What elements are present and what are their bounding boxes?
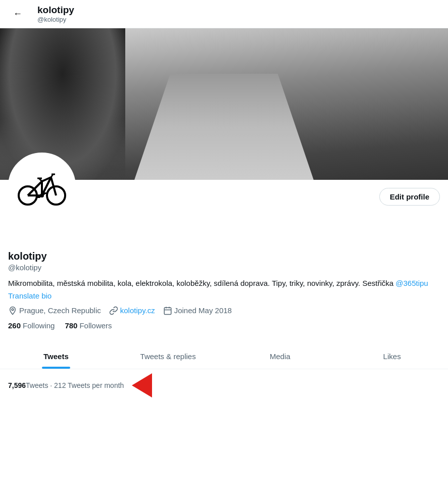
bio-mention[interactable]: @365tipu	[395, 279, 428, 287]
following-count: 260	[8, 321, 21, 330]
following-stat[interactable]: 260 Following	[8, 321, 55, 330]
banner-image	[0, 28, 448, 180]
header-display-name: kolotipy	[37, 5, 74, 16]
tweets-summary-row: 7,596Tweets · 212 Tweets per month	[0, 369, 448, 402]
red-arrow	[132, 373, 154, 398]
profile-tabs: Tweets Tweets & replies Media Likes	[0, 344, 448, 369]
bio-text: Mikromobilita, městská mobilita, kola, e…	[8, 278, 440, 289]
profile-section: Edit profile	[0, 180, 448, 220]
profile-header: ← kolotipy @kolotipy	[0, 0, 448, 28]
back-button[interactable]: ←	[8, 5, 27, 24]
svg-point-16	[12, 308, 14, 310]
tab-tweets[interactable]: Tweets	[0, 344, 112, 369]
follow-stats: 260 Following 780 Followers	[8, 321, 440, 330]
tab-tweets-replies[interactable]: Tweets & replies	[112, 344, 224, 369]
display-name: kolotipy	[8, 251, 440, 262]
header-handle: @kolotipy	[37, 16, 74, 23]
user-info: kolotipy @kolotipy Mikromobilita, městsk…	[0, 220, 448, 344]
username: @kolotipy	[8, 263, 440, 272]
avatar-image	[17, 161, 67, 212]
website-link[interactable]: kolotipy.cz	[120, 306, 155, 315]
tweets-count: 7,596	[8, 381, 26, 389]
avatar	[8, 153, 76, 220]
tweets-per-month: Tweets · 212 Tweets per month	[26, 381, 124, 389]
svg-rect-15	[44, 192, 47, 194]
followers-count: 780	[65, 321, 77, 330]
location-meta: Prague, Czech Republic	[8, 306, 101, 315]
following-label: Following	[23, 321, 55, 330]
followers-label: Followers	[79, 321, 112, 330]
svg-line-2	[28, 181, 42, 195]
arrow-head	[132, 373, 152, 398]
followers-stat[interactable]: 780 Followers	[65, 321, 112, 330]
header-info: kolotipy @kolotipy	[37, 5, 74, 24]
website-meta: kolotipy.cz	[109, 306, 155, 315]
bio-content: Mikromobilita, městská mobilita, kola, e…	[8, 279, 395, 287]
svg-rect-14	[37, 196, 40, 198]
edit-profile-button[interactable]: Edit profile	[379, 188, 440, 206]
back-icon: ←	[13, 9, 22, 19]
location-icon	[8, 306, 17, 315]
tweets-summary: 7,596Tweets · 212 Tweets per month	[0, 377, 132, 393]
translate-bio-link[interactable]: Translate bio	[8, 291, 52, 300]
tab-likes[interactable]: Likes	[336, 344, 448, 369]
avatar-area: Edit profile	[8, 180, 440, 220]
location-text: Prague, Czech Republic	[19, 306, 101, 315]
link-icon	[109, 306, 118, 315]
joined-meta: Joined May 2018	[163, 306, 232, 315]
meta-info: Prague, Czech Republic kolotipy.cz Joi	[8, 306, 440, 315]
profile-banner	[0, 28, 448, 180]
joined-text: Joined May 2018	[174, 306, 232, 315]
calendar-icon	[163, 306, 172, 315]
tab-media[interactable]: Media	[224, 344, 336, 369]
svg-rect-17	[164, 308, 171, 315]
